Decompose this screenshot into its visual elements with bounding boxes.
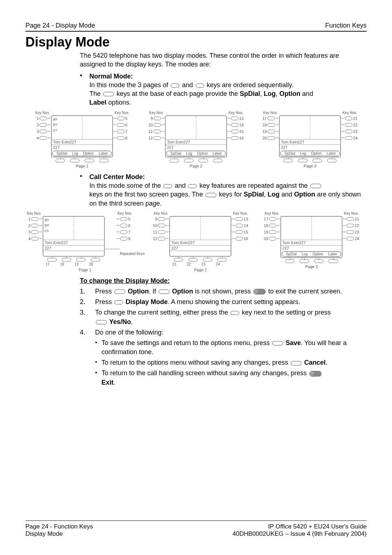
- cc-l1b: and: [173, 182, 187, 189]
- oval-key-icon: [163, 184, 172, 188]
- bullet-icon: •: [80, 173, 82, 181]
- cc-heading: Call Center Mode:: [89, 173, 145, 181]
- key-icon: [31, 217, 38, 221]
- normal-l1a: In this mode the 3 pages of: [89, 81, 170, 89]
- footer-left-2: Display Mode: [25, 530, 93, 538]
- softkey-icon: [184, 159, 193, 162]
- key-icon: [158, 224, 165, 227]
- cc-l2g: Option: [294, 191, 315, 198]
- step-number: 3.: [80, 308, 89, 326]
- page-header: Page 24 - Display Mode Function Keys: [25, 22, 367, 32]
- key-icon: [120, 224, 127, 227]
- footer-right-2: 40DHB0002UKEG – Issue 4 (9th February 20…: [233, 530, 367, 538]
- oval-key-icon: [188, 184, 197, 188]
- step-number: 4.: [80, 328, 89, 337]
- phone-screen: Tom Extn227 227 SpDial Log Option Label: [281, 216, 342, 258]
- key-icon: [345, 123, 352, 127]
- callcenter-diagram: Key Nos 1 2 3 4 a=: [25, 211, 367, 272]
- bullet-icon: •: [95, 339, 97, 357]
- softkey-icon: [327, 159, 336, 162]
- key-icon: [269, 230, 276, 234]
- key-icon: [269, 224, 276, 227]
- key-icon: [120, 230, 127, 234]
- key-icon: [120, 237, 127, 240]
- normal-l2c: SpDial: [240, 90, 260, 97]
- intro-text: The 5420 telephone has two display modes…: [80, 51, 367, 69]
- key-icon: [31, 237, 38, 240]
- oval-key-icon: [114, 289, 125, 294]
- softkey-icon: [328, 259, 338, 263]
- key-icon: [117, 136, 124, 140]
- header-left: Page 24 - Display Mode: [25, 22, 95, 29]
- softkey-icon: [62, 258, 71, 262]
- footer-left-1: Page 24 - Function Keys: [25, 523, 93, 530]
- cc-l2c: SpDial: [244, 191, 264, 198]
- oval-key-icon: [114, 300, 123, 304]
- softkey-icon: [314, 259, 323, 263]
- normal-l2j: options.: [106, 99, 131, 106]
- normal-l1c: keys are ordered sequentially.: [205, 81, 294, 89]
- oval-key-icon: [230, 311, 239, 315]
- softkey-icon: [313, 159, 322, 162]
- key-icon: [236, 230, 243, 234]
- cc-l2a: keys on the first two screen pages. The: [89, 191, 205, 198]
- key-icon: [345, 117, 352, 120]
- normal-l2f: ,: [276, 90, 279, 97]
- key-icon: [40, 136, 47, 140]
- key-icon: [231, 136, 238, 140]
- key-icon: [347, 217, 354, 221]
- normal-l2d: ,: [260, 90, 264, 97]
- exit-key-icon: [309, 371, 322, 377]
- normal-l2h: and: [301, 90, 313, 97]
- bullet-icon: •: [80, 72, 82, 80]
- softkey-icon: [188, 258, 198, 262]
- oval-key-icon: [310, 184, 321, 188]
- softkey-icon: [298, 159, 307, 162]
- softkey-icon: [199, 159, 208, 162]
- bullet-icon: •: [95, 369, 97, 387]
- softkey-icon: [217, 258, 227, 262]
- key-icon: [154, 136, 161, 140]
- key-icon: [154, 130, 161, 133]
- oval-key-icon: [96, 320, 107, 324]
- key-icon: [31, 224, 38, 227]
- phone-screen: Tom Extn227 227: [170, 216, 231, 256]
- normal-l2b: keys at the base of each page provide th…: [115, 90, 240, 97]
- key-icon: [40, 130, 47, 133]
- phone-screen: a= b= c= Tom Extn227 227: [43, 216, 105, 256]
- key-icon: [158, 230, 165, 234]
- softkey-icon: [85, 159, 94, 162]
- key-icon: [269, 217, 276, 221]
- softkey-icon: [47, 258, 57, 262]
- normal-l2e: Log: [264, 90, 276, 97]
- key-icon: [31, 230, 38, 234]
- key-icon: [268, 123, 275, 127]
- key-icon: [117, 130, 124, 133]
- key-icon: [347, 237, 354, 240]
- key-icon: [347, 224, 354, 227]
- key-icon: [40, 117, 47, 120]
- cc-l1c: key features are repeated against the: [197, 182, 309, 189]
- softkey-icon: [99, 159, 109, 162]
- key-icon: [269, 237, 276, 240]
- oval-key-icon: [272, 341, 283, 345]
- key-icon: [120, 217, 127, 221]
- step-number: 1.: [80, 287, 89, 296]
- softkey-icon: [283, 159, 293, 162]
- key-icon: [154, 123, 161, 127]
- page-footer: Page 24 - Function Keys Display Mode IP …: [25, 520, 367, 538]
- normal-diagram: Key Nos 1 2 3 4 a=: [25, 111, 367, 168]
- header-right: Function Keys: [325, 22, 367, 29]
- steps-list: 1. Press Option. If Option is not shown,…: [80, 287, 367, 387]
- cc-l2f: and: [279, 191, 294, 198]
- key-icon: [347, 230, 354, 234]
- softkey-icon: [70, 159, 79, 162]
- cc-l2b: keys for: [217, 191, 244, 198]
- softkey-icon: [56, 159, 65, 162]
- cc-l2d: ,: [264, 191, 268, 198]
- softkey-icon: [285, 259, 294, 263]
- step-number: 2.: [80, 297, 89, 307]
- key-icon: [268, 130, 275, 133]
- normal-heading: Normal Mode:: [89, 73, 133, 80]
- phone-screen: a= b= c= Tom Extn227 227 SpDial: [51, 116, 113, 157]
